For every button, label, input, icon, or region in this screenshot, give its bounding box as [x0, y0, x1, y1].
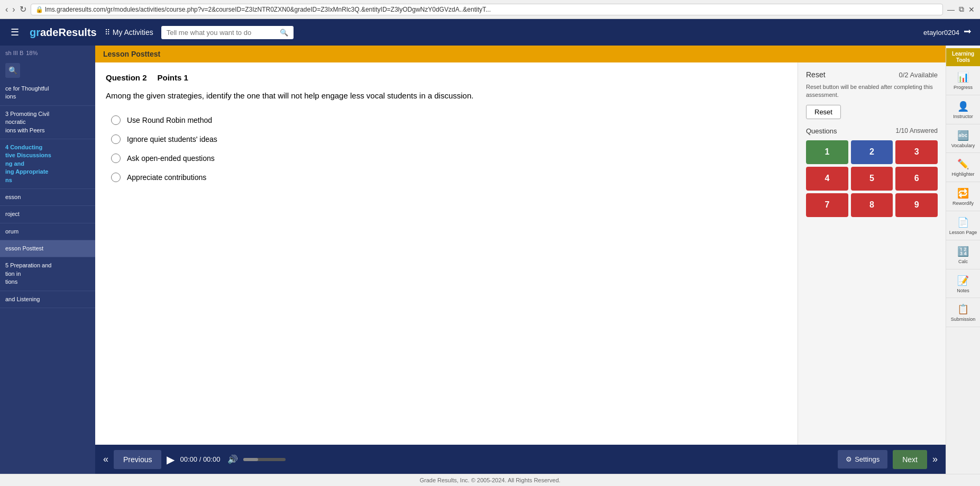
tool-notes[interactable]: 📝 Notes — [946, 271, 980, 299]
question-btn-1[interactable]: 1 — [806, 140, 848, 164]
play-button[interactable]: ▶ — [167, 453, 175, 466]
volume-icon[interactable]: 🔊 — [227, 454, 238, 464]
tool-vocabulary[interactable]: 🔤 Vocabulary — [946, 125, 980, 154]
questions-section: Questions 1/10 Answered 1 2 3 4 5 6 7 8 — [806, 127, 938, 217]
minimize-icon[interactable]: — — [947, 5, 955, 14]
audio-progress-fill — [243, 458, 258, 461]
answer-radio-1[interactable] — [111, 115, 121, 125]
previous-button[interactable]: Previous — [114, 450, 161, 469]
answer-option-4[interactable]: Appreciate contributions — [111, 173, 787, 182]
sidebar-item-2[interactable]: 4 Conducting tive Discussions ng and ing… — [0, 139, 95, 189]
search-bar-container: 🔍 — [161, 26, 294, 39]
sidebar-progress-percent: 18% — [26, 50, 38, 56]
lesson-page-icon: 📄 — [957, 217, 969, 228]
app-container: ☰ gradeResults ⠿ My Activities 🔍 etaylor… — [0, 19, 980, 486]
submission-icon: 📋 — [957, 303, 969, 315]
sidebar: sh III B 18% 🔍 ce for Thoughtful ions 3 … — [0, 46, 95, 474]
tools-header: Learning Tools — [946, 48, 980, 66]
vocabulary-icon: 🔤 — [957, 130, 969, 141]
time-display: 00:00 / 00:00 — [180, 455, 222, 463]
app-logo: gradeResults — [30, 26, 97, 39]
settings-button[interactable]: ⚙ Settings — [838, 450, 887, 469]
bottom-bar: « Previous ▶ 00:00 / 00:00 🔊 ⚙ Settings — [95, 445, 946, 474]
question-points: Points 1 — [158, 73, 188, 82]
next-button[interactable]: Next — [893, 450, 927, 469]
sidebar-search-button[interactable]: 🔍 — [5, 63, 20, 78]
restore-icon[interactable]: ⧉ — [959, 5, 964, 14]
question-btn-4[interactable]: 4 — [806, 167, 848, 191]
sidebar-item-5[interactable]: orum — [0, 223, 95, 240]
answer-option-1[interactable]: Use Round Robin method — [111, 115, 787, 125]
close-icon[interactable]: ✕ — [968, 5, 975, 14]
skip-back-icon[interactable]: « — [103, 454, 108, 465]
question-area: Question 2 Points 1 Among the given stra… — [95, 62, 798, 445]
sidebar-item-1[interactable]: 3 Promoting Civil nocratic ions with Pee… — [0, 106, 95, 139]
footer: Grade Results, Inc. © 2005-2024. All Rig… — [0, 474, 980, 486]
tool-progress[interactable]: 📊 Progress — [946, 67, 980, 95]
questions-header: Questions 1/10 Answered — [806, 127, 938, 135]
browser-back[interactable]: ‹ — [5, 5, 8, 14]
browser-bar: ‹ › ↻ 🔒 lms.graderesults.com/gr/modules/… — [0, 0, 980, 19]
browser-forward[interactable]: › — [12, 5, 15, 14]
answered-label: 1/10 Answered — [896, 127, 938, 134]
reset-label: Reset — [806, 70, 826, 79]
tool-calc[interactable]: 🔢 Calc — [946, 241, 980, 269]
audio-progress-bar[interactable] — [243, 458, 286, 461]
question-grid: 1 2 3 4 5 6 7 8 9 — [806, 140, 938, 217]
my-activities-button[interactable]: ⠿ My Activities — [105, 28, 153, 37]
sidebar-item-0[interactable]: ce for Thoughtful ions — [0, 80, 95, 106]
tool-lesson-page[interactable]: 📄 Lesson Page — [946, 212, 980, 240]
answer-radio-2[interactable] — [111, 134, 121, 144]
tool-rewordify[interactable]: 🔁 Rewordify — [946, 183, 980, 211]
lock-icon: 🔒 — [35, 6, 45, 13]
available-label: 0/2 Available — [899, 71, 938, 79]
sidebar-item-6[interactable]: 5 Preparation and tion in tions — [0, 257, 95, 291]
sidebar-item-7[interactable]: and Listening — [0, 291, 95, 308]
tool-instructor[interactable]: 👤 Instructor — [946, 96, 980, 124]
answer-option-3[interactable]: Ask open-ended questions — [111, 154, 787, 163]
tool-submission[interactable]: 📋 Submission — [946, 299, 980, 327]
sidebar-item-4[interactable]: roject — [0, 206, 95, 223]
top-nav: ☰ gradeResults ⠿ My Activities 🔍 etaylor… — [0, 19, 980, 46]
browser-refresh[interactable]: ↻ — [20, 4, 26, 14]
answer-radio-4[interactable] — [111, 173, 121, 182]
question-header: Question 2 Points 1 — [106, 73, 787, 82]
sidebar-item-3[interactable]: esson — [0, 189, 95, 206]
answer-option-2[interactable]: Ignore quiet students' ideas — [111, 134, 787, 144]
sidebar-item-lesson-posttest[interactable]: esson Posttest — [0, 240, 95, 257]
logout-icon[interactable]: ⮕ — [964, 28, 972, 37]
question-text: Among the given strategies, identify the… — [106, 90, 787, 102]
question-btn-5[interactable]: 5 — [851, 167, 893, 191]
question-btn-2[interactable]: 2 — [851, 140, 893, 164]
hamburger-icon[interactable]: ☰ — [8, 24, 22, 41]
calc-icon: 🔢 — [957, 246, 969, 257]
content-area: Lesson Posttest Question 2 Points 1 Amon… — [95, 46, 946, 474]
tool-highlighter[interactable]: ✏️ Highlighter — [946, 154, 980, 182]
highlighter-icon: ✏️ — [957, 158, 969, 170]
lesson-header: Lesson Posttest — [95, 46, 946, 62]
question-btn-7[interactable]: 7 — [806, 193, 848, 217]
right-panel: Reset 0/2 Available Reset button will be… — [798, 62, 946, 445]
question-btn-3[interactable]: 3 — [895, 140, 938, 164]
questions-label: Questions — [806, 127, 837, 135]
question-btn-8[interactable]: 8 — [851, 193, 893, 217]
question-btn-6[interactable]: 6 — [895, 167, 938, 191]
rewordify-icon: 🔁 — [957, 187, 969, 199]
reset-note: Reset button will be enabled after compl… — [806, 83, 938, 100]
skip-forward-icon[interactable]: » — [932, 454, 938, 465]
sidebar-course-code: sh III B — [5, 50, 23, 56]
question-btn-9[interactable]: 9 — [895, 193, 938, 217]
main-area: sh III B 18% 🔍 ce for Thoughtful ions 3 … — [0, 46, 980, 474]
search-icon: 🔍 — [280, 29, 288, 37]
tools-sidebar: Learning Tools 📊 Progress 👤 Instructor 🔤… — [946, 46, 980, 474]
progress-icon: 📊 — [957, 71, 969, 83]
search-input[interactable] — [167, 29, 280, 37]
prev-label: Previous — [123, 455, 152, 464]
browser-url-bar[interactable]: 🔒 lms.graderesults.com/gr/modules/activi… — [31, 4, 943, 15]
gear-icon: ⚙ — [846, 455, 852, 463]
instructor-icon: 👤 — [957, 101, 969, 112]
reset-section: Reset 0/2 Available Reset button will be… — [806, 70, 938, 119]
answer-radio-3[interactable] — [111, 154, 121, 163]
reset-top: Reset 0/2 Available — [806, 70, 938, 79]
reset-button[interactable]: Reset — [806, 105, 841, 119]
